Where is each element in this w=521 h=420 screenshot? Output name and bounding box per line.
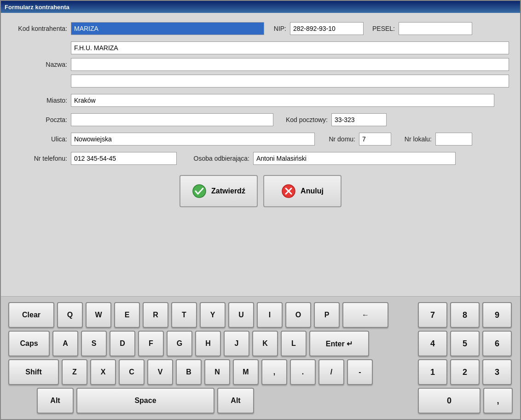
key-h[interactable]: H [195,331,221,356]
keyboard-area: Clear Q W E R T Y U I O P ← Caps A [1,296,520,419]
pesel-label: PESEL: [367,25,395,32]
numpad-row2: 4 5 6 [418,331,513,356]
x-icon [281,184,296,198]
key-i[interactable]: I [257,302,283,328]
key-shift[interactable]: Shift [8,359,59,385]
key-slash[interactable]: / [318,359,344,385]
kb-row2: Caps A S D F G H J K L Enter ↵ [8,331,411,356]
nazwa3-input[interactable] [71,75,509,88]
button-row: Zatwierdź Anuluj [12,175,509,207]
key-backspace[interactable]: ← [342,302,388,328]
key-x[interactable]: X [90,359,116,385]
key-q[interactable]: Q [57,302,83,328]
check-icon [192,184,207,198]
key-dot[interactable]: . [290,359,316,385]
poczta-row: Poczta: Kod pocztowy: [12,113,509,126]
main-window: Formularz kontrahenta Kod kontrahenta: N… [0,0,521,420]
numkey-6[interactable]: 6 [482,331,512,356]
kb-row3: Shift Z X C V B N M , . / - [8,359,411,385]
kodpocztowy-label: Kod pocztowy: [277,116,328,123]
key-d[interactable]: D [110,331,135,356]
key-minus[interactable]: - [347,359,373,385]
key-p[interactable]: P [314,302,340,328]
key-c[interactable]: C [119,359,145,385]
numkey-numcomma[interactable]: , [483,388,513,414]
numkey-3[interactable]: 3 [482,359,512,385]
pesel-input[interactable] [399,22,472,35]
key-a[interactable]: A [52,331,78,356]
numkey-2[interactable]: 2 [450,359,480,385]
kb-left: Clear Q W E R T Y U I O P ← Caps A [8,302,411,414]
numkey-7[interactable]: 7 [418,302,447,328]
nazwa1-input[interactable] [71,41,509,54]
numkey-5[interactable]: 5 [450,331,480,356]
key-n[interactable]: N [204,359,230,385]
nazwa-inputs [71,41,509,88]
ulica-input[interactable] [71,133,315,146]
numkey-0[interactable]: 0 [418,388,480,414]
key-z[interactable]: Z [62,359,87,385]
nrlokalu-input[interactable] [435,133,472,146]
key-k[interactable]: K [252,331,278,356]
zatwierdz-button[interactable]: Zatwierdź [179,175,258,207]
miasto-input[interactable] [71,94,494,107]
telefon-input[interactable] [71,152,177,165]
numpad-row3: 1 2 3 [418,359,513,385]
poczta-input[interactable] [71,113,273,126]
key-enter[interactable]: Enter ↵ [309,331,369,356]
key-j[interactable]: J [224,331,249,356]
key-w[interactable]: W [86,302,111,328]
numkey-9[interactable]: 9 [482,302,512,328]
kb-main: Clear Q W E R T Y U I O P ← Caps A [8,302,513,414]
key-alt-right[interactable]: Alt [217,388,254,414]
key-l[interactable]: L [281,331,307,356]
osoba-input[interactable] [253,152,456,165]
kodpocztowy-input[interactable] [331,113,387,126]
poczta-label: Poczta: [12,116,67,123]
miasto-label: Miasto: [12,97,67,104]
miasto-row: Miasto: [12,94,509,107]
key-e[interactable]: E [114,302,140,328]
numpad: 7 8 9 4 5 6 1 2 3 0 , [418,302,513,414]
kb-row1: Clear Q W E R T Y U I O P ← [8,302,411,328]
key-u[interactable]: U [228,302,254,328]
nazwa-row: Nazwa: [12,41,509,88]
key-space[interactable]: Space [76,388,214,414]
key-f[interactable]: F [138,331,164,356]
key-alt-left[interactable]: Alt [37,388,74,414]
nrlokalu-label: Nr lokalu: [395,135,432,143]
key-g[interactable]: G [167,331,192,356]
kod-label: Kod kontrahenta: [12,25,67,32]
key-o[interactable]: O [285,302,311,328]
svg-point-0 [193,185,206,198]
key-comma[interactable]: , [261,359,287,385]
window-title: Formularz kontrahenta [5,4,69,11]
form-area: Kod kontrahenta: NIP: PESEL: Nazwa: Mias… [1,13,520,296]
key-caps[interactable]: Caps [8,331,50,356]
nrdomu-input[interactable] [359,133,391,146]
key-t[interactable]: T [171,302,197,328]
nip-input[interactable] [290,22,364,35]
key-b[interactable]: B [176,359,202,385]
ulica-label: Ulica: [12,135,67,143]
kod-input[interactable] [71,22,264,35]
numkey-4[interactable]: 4 [418,331,447,356]
numpad-row4: 0 , [418,388,513,414]
key-m[interactable]: M [233,359,259,385]
key-clear[interactable]: Clear [8,302,54,328]
numpad-row1: 7 8 9 [418,302,513,328]
nazwa2-input[interactable] [71,58,509,71]
numkey-8[interactable]: 8 [450,302,480,328]
key-s[interactable]: S [81,331,107,356]
kod-row: Kod kontrahenta: NIP: PESEL: [12,22,509,35]
numkey-1[interactable]: 1 [418,359,447,385]
key-v[interactable]: V [147,359,173,385]
anuluj-button[interactable]: Anuluj [263,175,342,207]
zatwierdz-label: Zatwierdź [211,187,245,195]
anuluj-label: Anuluj [301,187,324,195]
nrdomu-label: Nr domu: [318,135,355,143]
key-r[interactable]: R [143,302,168,328]
title-bar: Formularz kontrahenta [1,1,520,13]
kb-row4: Alt Space Alt [8,388,411,414]
key-y[interactable]: Y [200,302,226,328]
